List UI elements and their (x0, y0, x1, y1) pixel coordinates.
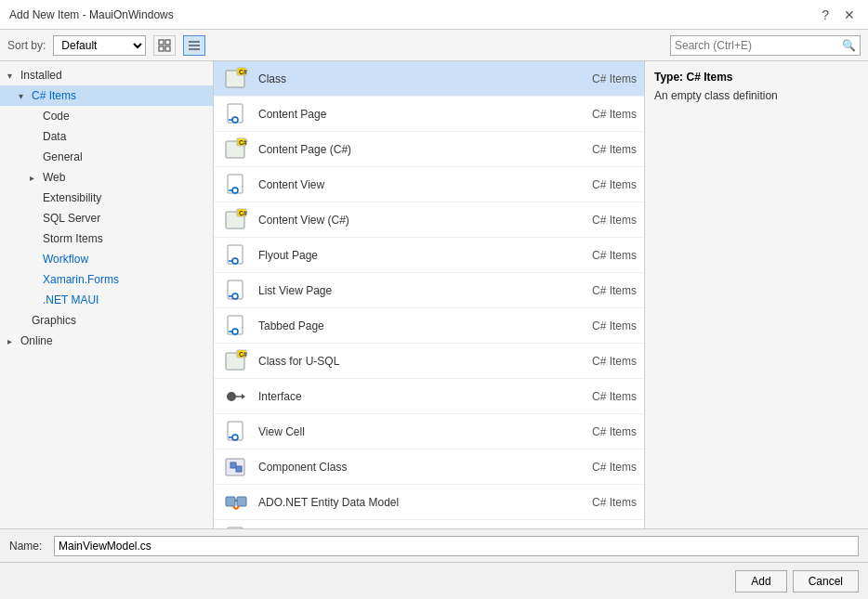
item-icon-content-view-cs: C# (221, 205, 251, 235)
code-label: Code (43, 110, 70, 123)
item-row[interactable]: C# Content View (C#) C# Items (214, 202, 644, 238)
item-row[interactable]: List View Page C# Items (214, 273, 644, 308)
sidebar-item-online[interactable]: ▸ Online (0, 331, 213, 351)
sidebar-item-extensibility[interactable]: Extensibility (0, 188, 213, 208)
item-icon-tabbed-page (221, 311, 251, 341)
item-row[interactable]: Component Class C# Items (214, 449, 644, 485)
sidebar-item-web[interactable]: ▸ Web (0, 167, 213, 188)
sidebar-item-code[interactable]: Code (0, 106, 213, 126)
data-arrow (30, 132, 39, 142)
item-icon-view-cell (221, 417, 251, 447)
add-button[interactable]: Add (735, 570, 786, 592)
item-icon-content-view (221, 170, 251, 200)
item-row[interactable]: Application Configuration File C# Items (214, 520, 644, 528)
info-description: An empty class definition (654, 89, 859, 102)
sidebar-item-cs-items[interactable]: ▾ C# Items (0, 85, 213, 106)
item-name-flyout-page: Flyout Page (258, 249, 562, 262)
item-row[interactable]: Interface C# Items (214, 379, 644, 414)
sidebar-item-storm-items[interactable]: Storm Items (0, 228, 213, 249)
name-bar: Name: (0, 528, 868, 562)
installed-arrow: ▾ (7, 71, 17, 81)
svg-rect-1 (165, 40, 170, 45)
item-row[interactable]: C# Class C# Items (214, 61, 644, 97)
item-category-content-view: C# Items (562, 178, 637, 191)
item-icon-list-view-page (221, 276, 251, 306)
item-row[interactable]: C# Content Page (C#) C# Items (214, 132, 644, 167)
cs-items-arrow: ▾ (19, 91, 28, 101)
sort-select[interactable]: Default Name Type (53, 35, 146, 56)
svg-rect-3 (165, 46, 170, 51)
sql-arrow (30, 214, 39, 224)
item-name-content-view: Content View (258, 178, 562, 191)
svg-rect-0 (159, 40, 164, 45)
cancel-button[interactable]: Cancel (793, 570, 859, 592)
item-row[interactable]: ADO.NET Entity Data Model C# Items (214, 485, 644, 520)
workflow-label: Workflow (43, 253, 88, 266)
sidebar-item-graphics[interactable]: Graphics (0, 310, 213, 331)
name-input[interactable] (54, 536, 859, 556)
item-row[interactable]: Tabbed Page C# Items (214, 308, 644, 344)
grid-view-button[interactable] (153, 35, 176, 56)
svg-rect-42 (236, 466, 242, 472)
item-row[interactable]: Flyout Page C# Items (214, 238, 644, 273)
svg-rect-44 (237, 497, 246, 506)
item-icon-content-page-cs: C# (221, 135, 251, 164)
item-icon-class-usql: C# (221, 346, 251, 376)
web-label: Web (43, 171, 65, 184)
item-category-list-view-page: C# Items (562, 284, 637, 297)
item-name-content-view-cs: Content View (C#) (258, 214, 562, 227)
netmaui-arrow (30, 295, 39, 306)
list-scroll-wrapper: C# Class C# Items Content Page C# Items (214, 61, 645, 528)
sidebar-item-data[interactable]: Data (0, 126, 213, 147)
item-row[interactable]: View Cell C# Items (214, 414, 644, 449)
list-icon (188, 39, 201, 52)
xamarin-label: Xamarin.Forms (43, 273, 119, 286)
item-name-content-page: Content Page (258, 108, 562, 121)
item-row[interactable]: Content View C# Items (214, 167, 644, 202)
item-name-ado: ADO.NET Entity Data Model (258, 496, 562, 509)
item-list: C# Class C# Items Content Page C# Items (214, 61, 645, 528)
item-name-interface: Interface (258, 390, 562, 403)
item-name-content-page-cs: Content Page (C#) (258, 143, 562, 156)
online-label: Online (20, 334, 53, 347)
cs-items-label: C# Items (32, 89, 76, 102)
item-row[interactable]: Content Page C# Items (214, 97, 644, 132)
sidebar-item-workflow[interactable]: Workflow (0, 249, 213, 269)
item-name-class-usql: Class for U-SQL (258, 355, 562, 368)
main-content: ▾ Installed ▾ C# Items Code Data General… (0, 61, 868, 528)
list-view-button[interactable] (183, 35, 205, 56)
item-category-component-class: C# Items (562, 461, 637, 474)
search-input[interactable] (675, 39, 842, 52)
sidebar-item-net-maui[interactable]: .NET MAUI (0, 290, 213, 310)
item-category-class: C# Items (562, 72, 637, 85)
item-icon-flyout-page (221, 241, 251, 270)
item-icon-interface (221, 382, 251, 411)
footer-bar: Add Cancel (0, 562, 868, 599)
item-category-class-usql: C# Items (562, 355, 637, 368)
item-name-view-cell: View Cell (258, 425, 562, 438)
graphics-label: Graphics (32, 314, 76, 327)
svg-point-34 (227, 392, 236, 401)
info-type: Type: C# Items (654, 71, 859, 84)
svg-marker-36 (242, 394, 245, 399)
item-category-view-cell: C# Items (562, 425, 637, 438)
sidebar-item-sql-server[interactable]: SQL Server (0, 208, 213, 228)
xamarin-arrow (30, 275, 39, 285)
svg-text:C#: C# (239, 139, 247, 146)
sidebar-item-installed[interactable]: ▾ Installed (0, 65, 213, 85)
info-type-label: Type: (654, 71, 683, 84)
grid-icon (158, 39, 171, 52)
item-icon-content-page (221, 99, 251, 129)
sidebar-item-xamarin-forms[interactable]: Xamarin.Forms (0, 269, 213, 290)
sort-label: Sort by: (7, 39, 46, 52)
svg-text:C#: C# (239, 69, 247, 75)
sidebar-item-general[interactable]: General (0, 147, 213, 167)
workflow-arrow (30, 254, 39, 265)
title-bar: Add New Item - MauiOnWindows ? ✕ (0, 0, 868, 30)
help-button[interactable]: ? (818, 6, 833, 24)
info-panel: Type: C# Items An empty class definition (645, 61, 868, 528)
general-arrow (30, 152, 39, 163)
item-row[interactable]: C# Class for U-SQL C# Items (214, 344, 644, 379)
close-button[interactable]: ✕ (840, 6, 859, 24)
item-name-component-class: Component Class (258, 461, 562, 474)
